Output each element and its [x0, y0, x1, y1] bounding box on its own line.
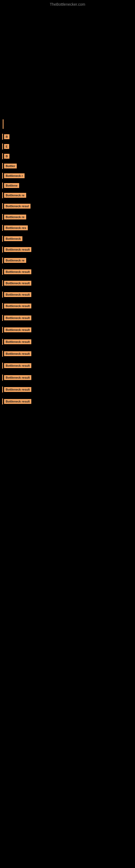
list-item: Bottleneck result [2, 399, 135, 404]
bottleneck-label: Bottleneck result [4, 315, 31, 320]
list-item: Bottleneck result [2, 280, 135, 286]
bottleneck-label: Bottleneck result [4, 281, 31, 286]
list-item: Bottleneck re [2, 214, 135, 220]
row-bar [2, 214, 3, 220]
bottleneck-label: B [4, 134, 9, 139]
row-bar [2, 163, 3, 169]
row-bar [2, 351, 3, 357]
row-bar [2, 280, 3, 286]
row-bar [2, 269, 3, 275]
top-section: TheBottlenecker.com [0, 0, 135, 114]
list-item: Bottleneck res [2, 225, 135, 231]
row-bar [2, 386, 3, 393]
bottleneck-label: Bottleneck result [4, 247, 31, 252]
list-item: Bottleneck result [2, 291, 135, 298]
bottleneck-label: Bottleneck result [4, 328, 31, 332]
row-bar [2, 173, 3, 179]
list-item: Bottleneck result [2, 247, 135, 252]
row-bar [2, 291, 3, 298]
row-bar [2, 236, 3, 242]
bottleneck-label: Bottleneck re [4, 193, 26, 198]
row-bar [2, 303, 3, 309]
list-item: Bottleneck result [2, 327, 135, 333]
list-item: Bottleneck result [2, 363, 135, 369]
list-item: Bottleneck result [2, 386, 135, 393]
list-item: Bottleneck [2, 236, 135, 242]
row-bar [2, 247, 3, 252]
page-wrapper: TheBottlenecker.com B E B Bottler Bottle… [0, 0, 135, 868]
bottleneck-label: Bottleneck re [4, 215, 26, 219]
bottleneck-label: Bottleneck result [4, 351, 31, 356]
row-bar [2, 315, 3, 321]
list-item: Bottleneck re [2, 192, 135, 198]
row-bar [2, 363, 3, 369]
vertical-bar-indicator [3, 119, 3, 129]
list-item: Bottleneck re [2, 257, 135, 264]
row-bar [2, 327, 3, 333]
bottleneck-label: Bottleneck result [4, 292, 31, 297]
list-item: Bottleneck result [2, 315, 135, 321]
list-item: Bottleneck result [2, 351, 135, 357]
bottleneck-label: Bottleneck result [4, 304, 31, 308]
bottleneck-label: Bottleneck res [4, 225, 28, 230]
bottleneck-label: Bottleneck re [4, 258, 26, 263]
row-bar [2, 153, 3, 159]
row-bar [2, 375, 3, 380]
row-bar [2, 144, 3, 150]
list-item: Bottleneck result [2, 339, 135, 345]
list-item: Bottleneck result [2, 303, 135, 309]
row-bar [2, 225, 3, 231]
bottleneck-label: Bottleneck [4, 236, 22, 241]
row-bar [2, 134, 3, 140]
row-bar [2, 399, 3, 404]
bottleneck-label: Bottlene [4, 183, 19, 188]
list-item: B [2, 134, 135, 140]
list-item: Bottleneck resul [2, 203, 135, 209]
bottleneck-label: Bottleneck r [4, 173, 25, 178]
row-bar [2, 203, 3, 209]
row-bar [2, 257, 3, 264]
bottleneck-label: Bottleneck result [4, 387, 31, 392]
row-bar [2, 183, 3, 188]
row-bar [2, 192, 3, 198]
list-item: Bottleneck r [2, 173, 135, 179]
list-item: Bottleneck result [2, 269, 135, 275]
site-title: TheBottlenecker.com [0, 0, 135, 9]
bottleneck-label: E [4, 144, 9, 149]
bottleneck-label: B [4, 154, 9, 159]
bottleneck-label: Bottleneck result [4, 399, 31, 404]
bottleneck-label: Bottleneck result [4, 269, 31, 274]
row-bar [2, 339, 3, 345]
list-item: Bottlene [2, 183, 135, 188]
bottleneck-label: Bottleneck resul [4, 204, 31, 209]
list-item: Bottler [2, 163, 135, 169]
bottleneck-label: Bottleneck result [4, 339, 31, 344]
list-item: B [2, 153, 135, 159]
bottleneck-label: Bottler [4, 163, 17, 168]
bottleneck-label: Bottleneck result [4, 375, 31, 380]
list-item: Bottleneck result [2, 375, 135, 380]
bottleneck-label: Bottleneck result [4, 363, 31, 368]
list-item: E [2, 144, 135, 150]
